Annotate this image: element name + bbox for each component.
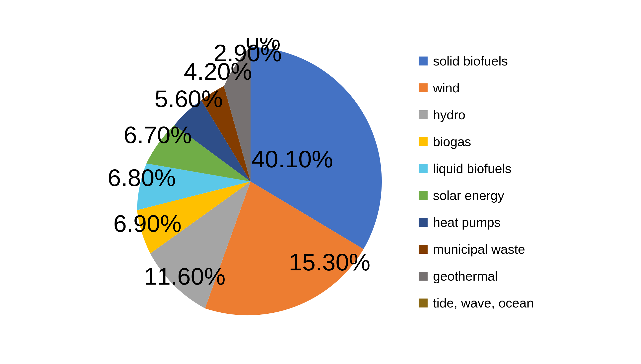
legend-item-geothermal: geothermal: [418, 269, 534, 284]
swatch-biogas: [418, 137, 428, 146]
legend-item-wind: wind: [418, 80, 534, 95]
legend-label-solar-energy: solar energy: [433, 188, 504, 203]
swatch-solid-biofuels: [418, 56, 428, 66]
legend-label-solid-biofuels: solid biofuels: [433, 54, 508, 68]
legend-label-tide: tide, wave, ocean: [433, 296, 534, 310]
swatch-wind: [418, 84, 428, 92]
chart-container: 40.10% 15.30% 11.60% 6.90% 6.80% 6.70% 5…: [0, 0, 641, 364]
legend-item-heat-pumps: heat pumps: [418, 215, 534, 230]
pie-chart-area: 40.10% 15.30% 11.60% 6.90% 6.80% 6.70% 5…: [107, 38, 394, 326]
label-wind: 15.30%: [288, 249, 370, 275]
legend-item-tide: tide, wave, ocean: [418, 296, 534, 310]
swatch-tide: [418, 298, 428, 308]
legend-item-liquid-biofuels: liquid biofuels: [418, 161, 534, 176]
legend-label-wind: wind: [433, 80, 460, 95]
label-heat-pumps: 5.60%: [154, 86, 223, 112]
swatch-heat-pumps: [418, 218, 428, 227]
swatch-solar-energy: [418, 191, 428, 200]
legend-item-solar-energy: solar energy: [418, 188, 534, 203]
legend-label-municipal-waste: municipal waste: [433, 242, 525, 257]
swatch-municipal-waste: [418, 245, 428, 254]
legend-label-biogas: biogas: [433, 134, 471, 149]
legend-item-solid-biofuels: solid biofuels: [418, 54, 534, 68]
label-hydro: 11.60%: [144, 263, 225, 290]
legend-label-hydro: hydro: [433, 107, 466, 122]
legend-item-hydro: hydro: [418, 107, 534, 122]
label-solid-biofuels: 40.10%: [252, 146, 333, 172]
label-solar-energy: 6.70%: [124, 122, 192, 148]
pie-chart-svg: 40.10% 15.30% 11.60% 6.90% 6.80% 6.70% 5…: [107, 38, 394, 325]
legend-item-municipal-waste: municipal waste: [418, 242, 534, 257]
legend-label-liquid-biofuels: liquid biofuels: [433, 161, 512, 176]
swatch-liquid-biofuels: [418, 164, 428, 173]
swatch-hydro: [418, 110, 428, 119]
label-liquid-biofuels: 6.80%: [108, 164, 176, 191]
label-biogas: 6.90%: [113, 210, 182, 237]
label-tide: 0%: [246, 38, 280, 55]
legend-item-biogas: biogas: [418, 134, 534, 149]
legend-label-geothermal: geothermal: [433, 269, 498, 284]
chart-legend: solid biofuels wind hydro biogas liquid …: [418, 54, 534, 310]
swatch-geothermal: [418, 272, 428, 280]
legend-label-heat-pumps: heat pumps: [433, 215, 501, 230]
